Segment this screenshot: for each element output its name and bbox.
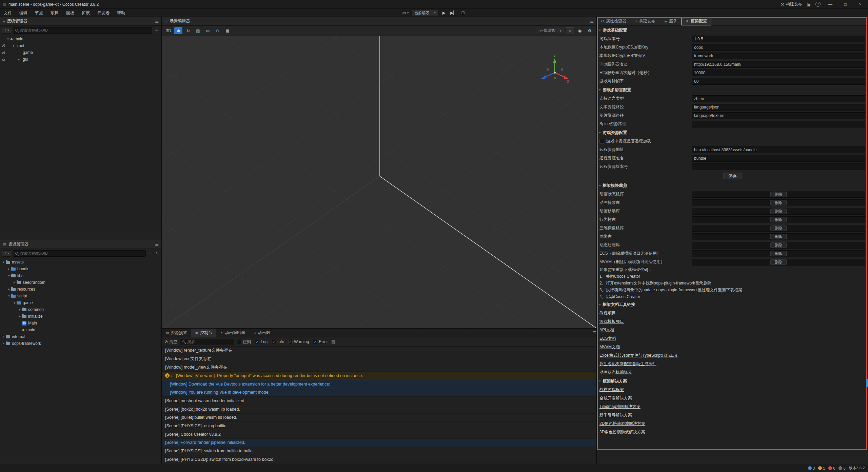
create-node-button[interactable]: +▾ xyxy=(2,27,11,34)
panel-menu-icon[interactable]: ☰ xyxy=(155,19,159,24)
field-input-文本资源路径[interactable] xyxy=(692,104,865,111)
save-button[interactable]: 保存 xyxy=(723,173,742,179)
caret-icon[interactable]: ▸ xyxy=(1,342,6,345)
navigation-gizmo[interactable]: Y X xyxy=(538,54,571,87)
caret-icon[interactable]: ▸ xyxy=(12,281,17,284)
view-mode-select[interactable]: 正常浏览▾ xyxy=(537,28,564,34)
menu-item-项目[interactable]: 项目 xyxy=(47,9,62,17)
field-input-远程资源版本号[interactable] xyxy=(692,163,865,170)
delete-button[interactable]: 删除 xyxy=(770,217,787,222)
tab-框架配置[interactable]: ❖框架配置 xyxy=(681,17,711,25)
help-icon[interactable]: ? xyxy=(815,2,821,7)
log-row[interactable]: [Scene] [PHYSICS]: switch from builtin t… xyxy=(162,447,596,455)
solution-link[interactable]: 2D角色扮演游戏解决方案 xyxy=(599,421,645,427)
section-header-游戏基础配置[interactable]: ▾游戏基础配置 xyxy=(597,26,868,35)
field-input-游戏每秒帧率[interactable] xyxy=(692,78,865,85)
remote-load-checkbox[interactable] xyxy=(599,139,604,144)
tree-item-game[interactable]: ▾game xyxy=(0,299,161,306)
tree-item-assets[interactable]: ▾assets xyxy=(0,259,161,266)
expand-caret-icon[interactable]: › xyxy=(165,382,170,386)
maximize-button[interactable]: □ xyxy=(840,2,850,7)
doc-link[interactable]: 教程项目 xyxy=(599,310,616,316)
tree-item-main[interactable]: ▾◆main xyxy=(0,36,161,42)
caret-icon[interactable]: ▾ xyxy=(6,37,10,41)
expand-caret-icon[interactable]: › xyxy=(171,374,176,378)
tree-item-main[interactable]: ◆main xyxy=(0,327,161,333)
delete-button[interactable]: 删除 xyxy=(770,225,787,231)
log-row[interactable]: [Scene] Forward render pipeline initiali… xyxy=(162,439,596,447)
tab-构建发布[interactable]: ✈构建发布 xyxy=(630,17,659,25)
doc-link[interactable]: ECS文档 xyxy=(599,336,616,341)
tree-item-script[interactable]: ▾script xyxy=(0,293,161,299)
create-asset-button[interactable]: +▾ xyxy=(2,250,11,257)
section-header-游戏资源配置[interactable]: ▾游戏资源配置 xyxy=(597,128,868,137)
solution-link[interactable]: 战棋游戏框架 xyxy=(599,387,624,393)
menu-item-帮助[interactable]: 帮助 xyxy=(113,9,129,17)
log-row[interactable]: ›[Window] You are running Vue in develop… xyxy=(162,388,596,397)
caret-icon[interactable]: ▸ xyxy=(1,335,6,338)
rotate-tool-button[interactable]: ↻ xyxy=(184,27,192,34)
camera-icon[interactable]: ◉ xyxy=(576,27,584,34)
menu-item-编辑[interactable]: 编辑 xyxy=(16,9,31,17)
log-row[interactable]: [Scene] [PHYSICS2D]: switch from box2d-w… xyxy=(162,455,596,464)
checkbox[interactable] xyxy=(237,340,241,344)
doc-link[interactable]: 原生包热更新配置自动生成插件 xyxy=(599,361,656,367)
field-input-支持语言类型[interactable] xyxy=(692,95,865,102)
field-input-远程资源包名[interactable] xyxy=(692,155,865,162)
gear-icon[interactable]: ⚙ xyxy=(586,27,594,34)
filter-Info[interactable]: ✓Info xyxy=(272,339,284,344)
tree-item-Main[interactable]: TSMain xyxy=(0,320,161,327)
hierarchy-search-input[interactable] xyxy=(13,27,152,34)
doc-link[interactable]: 游戏模板项目 xyxy=(599,319,624,324)
field-input-Http服务器请求超时（毫秒）[interactable] xyxy=(692,70,865,76)
tree-item-initialize[interactable]: ▸initialize xyxy=(0,313,161,320)
solution-link[interactable]: Tiledmap地图解决方案 xyxy=(599,404,640,410)
menu-item-文件[interactable]: 文件 xyxy=(0,9,16,17)
field-input-本地数据CryptoES加密IV[interactable] xyxy=(692,53,865,59)
caret-icon[interactable]: ▾ xyxy=(11,44,16,47)
counter-bell[interactable]: 0 xyxy=(839,466,845,470)
scene-viewport[interactable]: Y X xyxy=(162,36,596,328)
panel-menu-icon[interactable]: ☰ xyxy=(593,331,596,335)
tab-资源预览[interactable]: ▤资源预览 xyxy=(162,329,191,337)
delete-button[interactable]: 删除 xyxy=(770,192,787,197)
rect-tool-button[interactable]: ▭ xyxy=(204,27,212,34)
panel-menu-icon[interactable]: ☰ xyxy=(155,242,159,247)
layout-icon[interactable]: ⊞ xyxy=(460,11,466,15)
log-detail-icon[interactable]: ▤ xyxy=(331,339,336,344)
caret-icon[interactable]: ▾ xyxy=(7,294,11,298)
section-header-框架解决方案[interactable]: ▾框架解决方案 xyxy=(597,377,868,386)
play-button[interactable]: ▶ xyxy=(441,11,447,15)
counter-warning[interactable]: 1 xyxy=(818,466,825,470)
caret-icon[interactable]: ▾ xyxy=(7,274,11,277)
delete-button[interactable]: 删除 xyxy=(770,259,787,265)
delete-button[interactable]: 删除 xyxy=(770,242,787,248)
assets-search-input[interactable] xyxy=(13,250,146,257)
field-input-远程资源地址[interactable] xyxy=(692,146,865,153)
current-scene-select[interactable]: 当前场景▾ xyxy=(411,10,439,16)
caret-icon[interactable]: ▸ xyxy=(7,288,11,291)
field-input-图片资源路径[interactable] xyxy=(692,112,865,119)
section-header-框架文档工具链接[interactable]: ▾框架文档工具链接 xyxy=(597,300,868,309)
delete-button[interactable]: 删除 xyxy=(770,200,787,205)
counter-info[interactable]: 3 xyxy=(808,466,815,470)
doc-link[interactable]: API文档 xyxy=(599,327,614,333)
solution-link[interactable]: 新手引导解决方案 xyxy=(599,412,632,418)
field-input-游戏版本号[interactable] xyxy=(692,36,865,42)
caret-icon[interactable]: ▸ xyxy=(17,58,21,61)
tree-item-seedrandom[interactable]: ▸seedrandom xyxy=(0,279,161,286)
log-row[interactable]: [Scene] [box2d]:box2d wasm lib loaded. xyxy=(162,405,596,414)
menu-item-节点[interactable]: 节点 xyxy=(31,9,47,17)
minimize-button[interactable]: — xyxy=(825,2,835,7)
checkbox[interactable]: ✓ xyxy=(255,340,259,344)
lighting-toggle-icon[interactable]: ☼ xyxy=(566,27,574,34)
tab-服务[interactable]: ☁服务 xyxy=(659,17,681,25)
log-row[interactable]: !›[Window] [Vue warn]: Property "onInput… xyxy=(162,372,596,380)
caret-icon[interactable]: ▸ xyxy=(18,315,22,318)
scrollbar-thumb[interactable] xyxy=(866,378,868,387)
log-row[interactable]: [Scene] meshopt wasm decoder initialized xyxy=(162,397,596,405)
tree-item-game[interactable]: game xyxy=(0,49,161,56)
solution-link[interactable]: 3D角色扮演游戏解决方案 xyxy=(599,429,645,435)
tab-控制台[interactable]: ▣控制台 xyxy=(191,329,216,337)
tab-动画编辑器[interactable]: ✦动画编辑器 xyxy=(216,329,249,337)
